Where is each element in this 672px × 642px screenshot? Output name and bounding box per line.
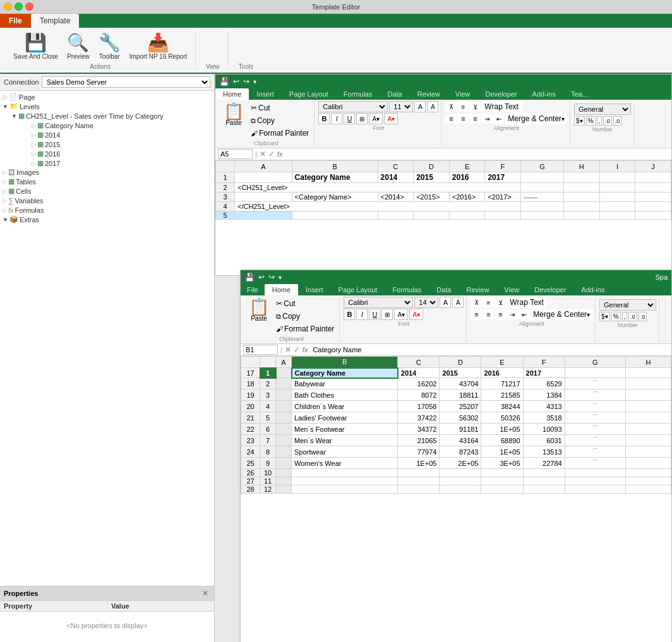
- excel1-tab-page-layout[interactable]: Page Layout: [282, 88, 336, 100]
- excel2-align-left-btn[interactable]: ≡: [471, 309, 482, 319]
- excel1-r3c7[interactable]: ——: [521, 193, 564, 202]
- excel1-align-mid-btn[interactable]: ≡: [457, 102, 469, 112]
- tree-item-2015[interactable]: ▷ ▦ 2015: [1, 140, 213, 149]
- tree-item-2016[interactable]: ▷ ▦ 2016: [1, 149, 213, 158]
- excel1-r3c8[interactable]: [563, 193, 599, 202]
- excel2-align-top-btn[interactable]: ⊼: [471, 297, 482, 307]
- excel2-cell-ref-input[interactable]: [243, 345, 278, 355]
- excel2-border-btn[interactable]: ⊞: [381, 309, 393, 320]
- excel1-comma-btn[interactable]: ,: [597, 116, 603, 126]
- excel1-font-name-select[interactable]: Calibri: [318, 101, 388, 112]
- excel2-r1-b[interactable]: Category Name: [292, 368, 398, 378]
- excel2-undo-icon[interactable]: ↩: [258, 273, 265, 282]
- excel1-tab-data[interactable]: Data: [380, 88, 409, 100]
- excel1-align-right-btn[interactable]: ≡: [469, 114, 481, 124]
- excel1-italic-btn[interactable]: I: [331, 113, 342, 124]
- excel2-spreadsheet[interactable]: A B C D E F G H 17: [241, 356, 671, 642]
- properties-close-btn[interactable]: ✕: [200, 588, 210, 598]
- excel1-underline-btn[interactable]: U: [344, 113, 355, 124]
- excel1-paste-btn[interactable]: 📋 Paste: [220, 101, 247, 128]
- excel1-border-btn[interactable]: ⊞: [356, 113, 368, 124]
- excel2-tab-home[interactable]: Home: [265, 284, 298, 295]
- excel2-tab-view[interactable]: View: [497, 284, 527, 295]
- excel1-percent-btn[interactable]: %: [586, 116, 596, 126]
- excel2-paste-btn[interactable]: 📋 Paste: [246, 297, 272, 324]
- excel2-currency-btn[interactable]: $▾: [599, 312, 610, 321]
- excel2-outdent-btn[interactable]: ⇤: [519, 309, 530, 319]
- excel2-cut-btn[interactable]: ✂ Cut: [273, 298, 337, 309]
- excel2-wrap-text-btn[interactable]: Wrap Text: [507, 297, 547, 308]
- tree-item-2017[interactable]: ▷ ▦ 2017: [1, 158, 213, 168]
- toolbar-button[interactable]: 🔧 Toolbar: [95, 30, 124, 62]
- excel2-dec-inc-btn[interactable]: .0: [628, 312, 637, 321]
- excel1-col-j[interactable]: J: [635, 161, 671, 172]
- excel2-tab-page-layout[interactable]: Page Layout: [331, 284, 385, 295]
- excel2-confirm-icon[interactable]: ✓: [294, 345, 300, 354]
- excel2-merge-center-btn[interactable]: Merge & Center▾: [531, 309, 592, 320]
- tree-item-category-name[interactable]: ▷ ▦ Category Name: [1, 121, 213, 130]
- excel1-col-g[interactable]: G: [521, 161, 564, 172]
- close-btn[interactable]: [25, 3, 33, 11]
- excel1-dec-inc-btn[interactable]: .0: [603, 116, 612, 126]
- excel1-r4c1[interactable]: </CH251_Level>: [235, 202, 521, 211]
- excel2-col-a[interactable]: A: [276, 357, 292, 368]
- excel2-col-c[interactable]: C: [398, 357, 440, 368]
- save-close-button[interactable]: 💾 Save And Close: [10, 30, 61, 62]
- excel1-align-center-btn[interactable]: ≡: [457, 114, 469, 124]
- excel1-spreadsheet[interactable]: A B C D E F G H I J: [215, 160, 671, 275]
- excel2-tab-file[interactable]: File: [241, 284, 265, 295]
- excel1-align-left-btn[interactable]: ≡: [445, 114, 457, 124]
- excel2-italic-btn[interactable]: I: [356, 309, 368, 320]
- excel2-tab-addins[interactable]: Add-ins: [573, 284, 612, 295]
- excel1-tab-formulas[interactable]: Formulas: [336, 88, 380, 100]
- excel2-indent-btn[interactable]: ⇥: [507, 309, 518, 319]
- excel1-r3c5[interactable]: <2016>: [449, 193, 485, 202]
- excel2-cancel-icon[interactable]: ✕: [285, 345, 291, 354]
- excel1-dropdown-icon[interactable]: ▾: [253, 78, 256, 85]
- excel1-r3c4[interactable]: <2015>: [414, 193, 450, 202]
- excel2-col-e[interactable]: E: [481, 357, 523, 368]
- excel1-tab-home[interactable]: Home: [215, 88, 249, 100]
- excel1-save-icon[interactable]: 💾: [219, 77, 229, 86]
- excel1-format-painter-btn[interactable]: 🖌 Format Painter: [248, 128, 311, 139]
- excel2-save-icon[interactable]: 💾: [244, 273, 255, 282]
- excel1-r2c10[interactable]: [635, 183, 671, 193]
- excel1-currency-btn[interactable]: $▾: [574, 116, 585, 126]
- excel2-col-d[interactable]: D: [440, 357, 481, 368]
- excel1-col-a[interactable]: A: [235, 161, 292, 172]
- excel1-r1c9[interactable]: [599, 172, 635, 183]
- excel1-tab-addins[interactable]: Add-ins: [525, 88, 563, 100]
- connection-select[interactable]: Sales Demo Server: [42, 76, 210, 88]
- excel2-copy-btn[interactable]: ⧉ Copy: [273, 311, 337, 322]
- excel1-tab-developer[interactable]: Developer: [477, 88, 524, 100]
- excel1-col-i[interactable]: I: [599, 161, 635, 172]
- excel1-cut-btn[interactable]: ✂ Cut: [248, 102, 311, 114]
- excel1-cancel-icon[interactable]: ✕: [260, 150, 266, 158]
- excel2-dec-dec-btn[interactable]: .0: [639, 312, 647, 321]
- excel1-cell-ref-input[interactable]: [218, 149, 253, 159]
- minimize-btn[interactable]: [4, 3, 12, 11]
- excel1-tab-review[interactable]: Review: [410, 88, 448, 100]
- excel2-col-f[interactable]: F: [523, 357, 565, 368]
- excel2-function-icon[interactable]: fx: [303, 346, 308, 354]
- excel1-copy-btn[interactable]: ⧉ Copy: [248, 115, 311, 126]
- excel1-r2c9[interactable]: [599, 183, 635, 193]
- excel1-font-color-btn[interactable]: A▾: [384, 113, 398, 124]
- excel1-r1c1[interactable]: [235, 172, 292, 183]
- tab-template[interactable]: Template: [31, 14, 80, 28]
- excel1-r2c1[interactable]: <CH251_Level>: [235, 183, 521, 193]
- tree-item-variables[interactable]: ▷ ∑ Variables: [1, 196, 213, 206]
- excel1-r5c1[interactable]: [235, 211, 292, 220]
- excel1-function-icon[interactable]: fx: [277, 150, 283, 158]
- excel2-bold-btn[interactable]: B: [344, 309, 355, 320]
- excel2-tab-insert[interactable]: Insert: [298, 284, 331, 295]
- excel1-align-bot-btn[interactable]: ⊻: [469, 102, 481, 112]
- excel2-tab-formulas[interactable]: Formulas: [385, 284, 429, 295]
- excel1-r3c2[interactable]: <Category Name>: [292, 193, 378, 202]
- tree-item-ch251-level[interactable]: ▼ ▦ CH251_Level - Sales over Time by Cat…: [1, 111, 213, 121]
- excel1-col-d[interactable]: D: [414, 161, 450, 172]
- excel1-confirm-icon[interactable]: ✓: [268, 150, 275, 158]
- tree-item-page[interactable]: ▷ 📄 Page: [1, 92, 213, 102]
- excel2-align-bot-btn[interactable]: ⊻: [495, 297, 506, 307]
- preview-button[interactable]: 🔍 Preview: [64, 30, 93, 62]
